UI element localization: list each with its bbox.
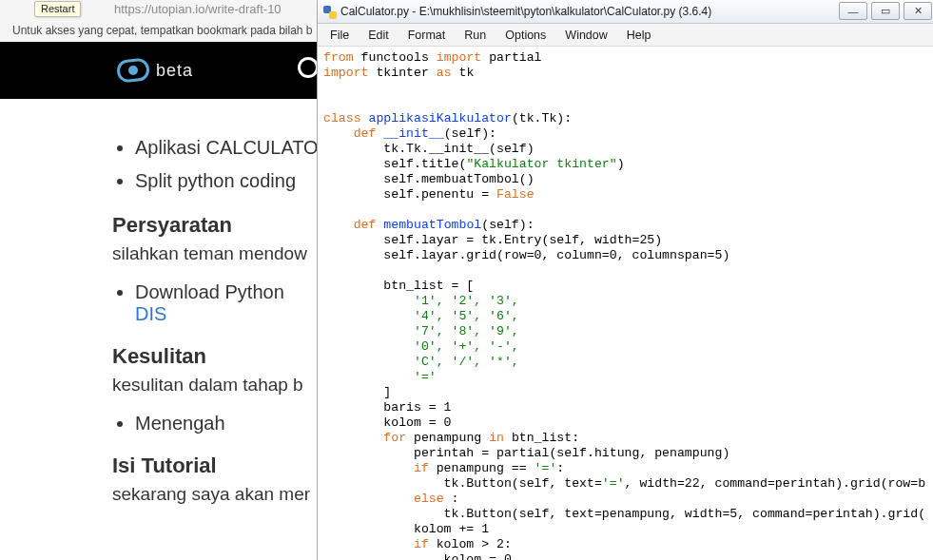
idle-editor-window: CalCulator.py - E:\mukhlisin\steemit\pyt… xyxy=(317,0,933,560)
code-editor[interactable]: from functools import partial import tki… xyxy=(318,47,933,560)
list-item: Aplikasi CALCULATOR xyxy=(135,137,313,159)
heading-difficulty: Kesulitan xyxy=(112,344,313,369)
window-titlebar: CalCulator.py - E:\mukhlisin\steemit\pyt… xyxy=(318,0,933,24)
para-requirements: silahkan teman mendow xyxy=(112,243,313,264)
minimize-button[interactable]: — xyxy=(839,2,867,20)
screenshot-root: Restart https://utopian.io/write-draft-1… xyxy=(0,0,933,560)
browser-top-bar: Restart https://utopian.io/write-draft-1… xyxy=(0,0,317,43)
para-difficulty: kesulitan dalam tahap b xyxy=(112,375,313,396)
python-file-icon xyxy=(321,4,337,19)
utopian-eye-icon xyxy=(116,53,150,87)
close-button[interactable]: ✕ xyxy=(904,2,932,20)
menu-window[interactable]: Window xyxy=(556,27,615,44)
menu-help[interactable]: Help xyxy=(618,27,660,44)
site-header-band: beta xyxy=(0,42,317,99)
utopian-logo[interactable]: beta xyxy=(116,53,193,87)
menu-options[interactable]: Options xyxy=(496,27,554,44)
bookmark-hint: Untuk akses yang cepat, tempatkan bookma… xyxy=(12,24,313,37)
url-display: https://utopian.io/write-draft-10 xyxy=(114,2,282,16)
menu-format[interactable]: Format xyxy=(399,27,455,44)
heading-requirements: Persyaratan xyxy=(112,213,313,238)
list-item: Download Python DIS xyxy=(135,281,313,325)
window-title: CalCulator.py - E:\mukhlisin\steemit\pyt… xyxy=(340,5,711,18)
menu-bar: File Edit Format Run Options Window Help xyxy=(318,24,933,47)
heading-tutorial: Isi Tutorial xyxy=(112,454,313,478)
menu-edit[interactable]: Edit xyxy=(360,27,398,44)
list-item: Menengah xyxy=(135,413,313,434)
maximize-button[interactable]: ▭ xyxy=(871,2,900,20)
blog-content: Aplikasi CALCULATOR Split python coding … xyxy=(0,99,317,560)
menu-run[interactable]: Run xyxy=(456,27,495,44)
list-item: Split python coding xyxy=(135,170,313,192)
download-text: Download Python xyxy=(135,281,284,302)
para-tutorial: sekarang saya akan mer xyxy=(112,484,313,505)
github-icon[interactable] xyxy=(298,57,319,78)
menu-file[interactable]: File xyxy=(321,27,358,44)
restart-tooltip: Restart xyxy=(34,1,81,17)
download-link[interactable]: DIS xyxy=(135,303,166,324)
logo-text: beta xyxy=(156,61,193,81)
